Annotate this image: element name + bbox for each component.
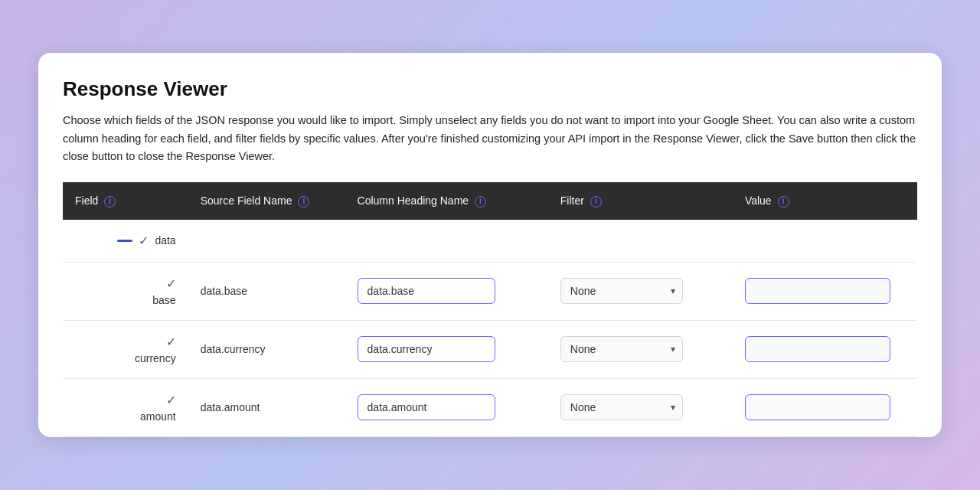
- field-cell-amount: ✓ amount: [63, 378, 188, 436]
- col-header-value: Value i: [733, 182, 917, 220]
- checkbox-amount[interactable]: ✓: [166, 393, 176, 407]
- source-cell-data: [188, 220, 345, 263]
- filter-cell-base[interactable]: None Equals Not Equals Contains ▾: [548, 262, 733, 320]
- value-cell-currency[interactable]: [733, 320, 917, 378]
- field-cell-currency: ✓ currency: [63, 320, 188, 378]
- filter-cell-amount[interactable]: None Equals Not Equals Contains ▾: [548, 378, 733, 436]
- col-header-heading: Column Heading Name i: [345, 182, 548, 220]
- checkbox-data[interactable]: ✓: [139, 234, 149, 248]
- heading-input-base[interactable]: [358, 278, 495, 304]
- heading-cell-currency[interactable]: [345, 320, 548, 378]
- heading-cell-data: [345, 220, 548, 263]
- heading-cell-amount[interactable]: [345, 378, 548, 436]
- source-info-icon[interactable]: i: [298, 196, 309, 207]
- response-table: Field i Source Field Name i Column Headi…: [63, 182, 917, 437]
- checkbox-currency[interactable]: ✓: [166, 335, 176, 349]
- heading-info-icon[interactable]: i: [475, 196, 486, 207]
- source-cell-currency: data.currency: [188, 320, 345, 378]
- value-info-icon[interactable]: i: [778, 196, 789, 207]
- value-cell-base[interactable]: [733, 262, 917, 320]
- dash-icon: [117, 240, 132, 242]
- filter-select-currency[interactable]: None Equals Not Equals Contains: [560, 336, 683, 362]
- source-cell-amount: data.amount: [188, 378, 345, 436]
- response-viewer-card: Response Viewer Choose which fields of t…: [38, 53, 942, 436]
- filter-cell-currency[interactable]: None Equals Not Equals Contains ▾: [548, 320, 733, 378]
- value-input-amount[interactable]: [745, 394, 890, 420]
- table-row: ✓ base data.base None Equals Not Equ: [63, 262, 917, 320]
- table-header-row: Field i Source Field Name i Column Headi…: [63, 182, 917, 220]
- heading-input-currency[interactable]: [358, 336, 495, 362]
- filter-cell-data: [548, 220, 733, 263]
- table-row: ✓ amount data.amount None Equals Not: [63, 378, 917, 436]
- table-row: ✓ currency data.currency None Equals: [63, 320, 917, 378]
- filter-select-base[interactable]: None Equals Not Equals Contains: [560, 278, 683, 304]
- value-cell-amount[interactable]: [733, 378, 917, 436]
- page-description: Choose which fields of the JSON response…: [63, 112, 917, 165]
- checkbox-base[interactable]: ✓: [166, 276, 176, 291]
- field-cell-data: ✓ data: [63, 220, 188, 263]
- value-cell-data: [733, 220, 917, 263]
- filter-select-amount[interactable]: None Equals Not Equals Contains: [560, 394, 683, 420]
- field-cell-base: ✓ base: [63, 262, 188, 320]
- filter-info-icon[interactable]: i: [590, 196, 602, 207]
- heading-cell-base[interactable]: [345, 262, 548, 320]
- table-row: ✓ data: [63, 220, 917, 263]
- source-cell-base: data.base: [188, 262, 345, 320]
- col-header-field: Field i: [63, 182, 188, 220]
- field-info-icon[interactable]: i: [104, 196, 116, 207]
- page-title: Response Viewer: [63, 77, 917, 101]
- col-header-filter: Filter i: [548, 182, 733, 220]
- col-header-source: Source Field Name i: [188, 182, 345, 220]
- value-input-currency[interactable]: [745, 336, 890, 362]
- value-input-base[interactable]: [745, 278, 890, 304]
- heading-input-amount[interactable]: [358, 394, 495, 420]
